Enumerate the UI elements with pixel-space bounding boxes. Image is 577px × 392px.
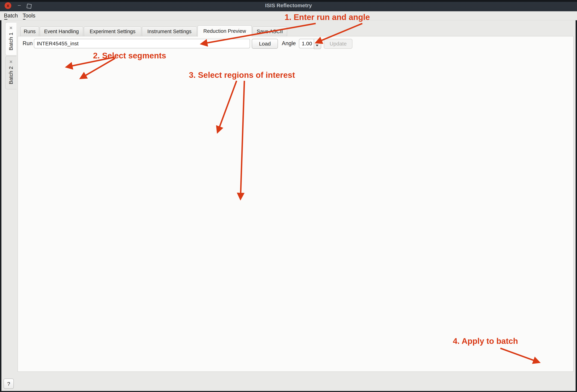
tab-instrument-settings[interactable]: Instrument Settings [142,27,197,36]
annotation-step1: 1. Enter run and angle [285,12,370,22]
menu-batch-mnemonic [4,19,7,20]
tab-runs[interactable]: Runs [20,27,39,36]
menu-tools[interactable]: Tools [23,12,35,19]
angle-spinner-buttons[interactable] [314,39,321,49]
window-left-border [0,11,1,392]
dock-tab-batch-2[interactable]: × Batch 2 [5,56,16,89]
window-title: ISIS Reflectometry [0,2,577,8]
menu-batch[interactable]: Batch [4,12,18,19]
reduction-preview-page [18,36,574,372]
titlebar: x – ISIS Reflectometry [0,0,577,11]
close-icon[interactable]: × [5,25,16,31]
load-button[interactable]: Load [252,39,278,49]
dock-tab-label: Batch 1 [8,33,14,50]
tab-reduction-preview[interactable]: Reduction Preview [198,25,252,37]
menu-tools-mnemonic [23,19,25,20]
help-button[interactable]: ? [3,379,14,389]
dock-tab-batch-1[interactable]: × Batch 1 [5,22,16,55]
tab-save-ascii[interactable]: Save ASCII [252,27,287,36]
dock-tab-label: Batch 2 [8,66,14,84]
update-button[interactable]: Update [324,39,352,49]
annotation-step4: 4. Apply to batch [453,336,518,346]
spin-down-icon[interactable] [316,45,319,46]
annotation-step3: 3. Select regions of interest [189,70,295,80]
window-right-border [576,11,577,392]
annotation-step2: 2. Select segments [93,51,166,60]
tab-experiment-settings[interactable]: Experiment Settings [84,27,141,36]
run-input[interactable] [34,39,250,48]
close-icon[interactable]: × [5,59,16,65]
run-label: Run [23,40,33,47]
isis-reflectometry-window: x – ISIS Reflectometry Batch Tools × Bat… [0,0,577,392]
tab-event-handling[interactable]: Event Handling [40,27,83,36]
window-bottom-border [0,391,577,392]
spin-up-icon[interactable] [316,41,319,42]
angle-label: Angle [282,40,296,47]
